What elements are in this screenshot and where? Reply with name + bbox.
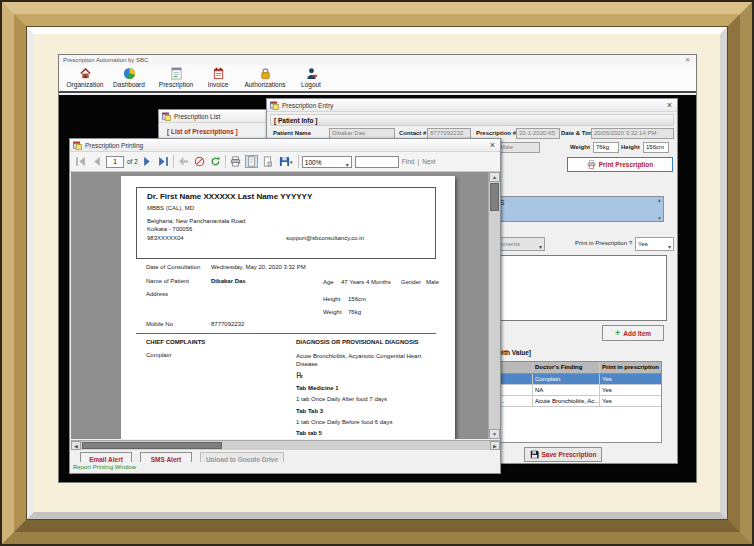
listbox-scroll-up-icon[interactable]: ▲ [657,197,662,203]
toolbar-separator [298,155,299,168]
report-viewer-toolbar: of 2 ▾ 100% ▾ Find | N [70,152,500,172]
find-input[interactable] [355,156,399,168]
back-to-parent-button[interactable] [177,155,190,168]
toolbar-button-logout[interactable]: Logout [295,67,327,91]
scroll-down-icon[interactable]: ▼ [489,429,500,439]
datetime-field[interactable]: 20/05/2020 3:32:14 PM [591,128,674,139]
scroll-right-icon[interactable]: ▶ [490,441,500,450]
toolbar-label: Logout [295,81,327,88]
mobile-label: Mobile No [146,321,173,327]
toolbar-button-prescription[interactable]: Prescription [153,67,199,91]
main-titlebar[interactable]: Prescription Automation by SBC × [59,55,696,65]
address-label: Address [146,291,168,297]
weight-field[interactable]: 76kg [593,142,619,153]
previous-page-button[interactable] [90,155,103,168]
next-page-button[interactable] [141,155,154,168]
printing-statusbar: Report Printing Window [70,462,500,473]
patient-name-label: Patient Name [273,130,311,136]
organization-home-icon [79,67,92,80]
last-page-button[interactable] [157,155,170,168]
page-count-label: of 2 [127,158,138,165]
main-window: Prescription Automation by SBC × Organiz… [58,54,697,483]
refresh-button[interactable] [209,155,222,168]
toolbar-button-invoice[interactable]: Invoice [201,67,235,91]
print-prescription-button[interactable]: Print Prescription [567,157,673,172]
diagnosis-header: DIAGNOSIS OR PROVISIONAL DIAGNOSIS [296,339,419,345]
weight-label: Weight [323,309,342,315]
prescription-number-label: Prescription # [476,130,516,136]
age-label: Age [323,279,334,285]
toolbar-button-dashboard[interactable]: Dashboard [107,67,151,91]
save-prescription-button[interactable]: Save Prescription [524,447,602,462]
toolbar-label: Dashboard [107,81,151,88]
rx-symbol: ℞ [296,371,303,380]
toolbar-button-organization[interactable]: Organization [63,67,107,91]
page-setup-button[interactable] [261,155,274,168]
report-page: Dr. First Name XXXXXX Last Name YYYYYY M… [121,176,455,439]
grid-cell[interactable]: Acute Bronchiolitis, Ac... [533,396,600,406]
grid-cell[interactable]: Yes [600,374,661,384]
scroll-left-icon[interactable]: ◀ [71,441,81,450]
weight-value: 76kg [348,309,361,315]
listbox-scroll-down-icon[interactable]: ▼ [657,215,662,221]
height-value: 156cm [348,296,366,302]
clinic-address-line1: Belgharia, New Panchanantala Road [147,218,245,224]
first-page-button[interactable] [74,155,87,168]
gender-label: Gender [401,279,421,285]
height-field[interactable]: 156cm [643,142,669,153]
horizontal-scroll-thumb[interactable] [82,442,222,449]
main-toolbar: Organization Dashboard Prescription Invo… [59,65,696,93]
consultation-date-value: Wednesday, May 20, 2020 3:32 PM [211,264,306,270]
stop-rendering-button[interactable] [193,155,206,168]
report-horizontal-scrollbar[interactable]: ◀ ▶ [71,440,500,450]
toolbar-separator [225,155,226,168]
toolbar-label: Organization [63,81,107,88]
patient-name-label: Name of Patient [146,278,189,284]
grid-cell[interactable]: Yes [600,385,661,395]
zoom-value: 100% [305,159,322,166]
grid-cell[interactable]: Yes [600,396,661,406]
entry-window-title: Prescription Entry [282,102,333,109]
grid-header-doctors-finding[interactable]: Doctor's Finding [533,362,600,373]
add-item-button[interactable]: + Add Item [602,325,664,341]
framed-screenshot: Prescription Automation by SBC × Organiz… [0,0,754,546]
printing-window-titlebar[interactable]: Prescription Printing × [70,139,500,152]
mobile-value: 8777092232 [211,321,244,327]
next-link[interactable]: Next [422,158,435,165]
window-form-icon [73,141,82,150]
clinic-phone: 983XXXXX04 [147,235,184,241]
page-number-input[interactable] [106,156,124,168]
gender-field[interactable]: Male [497,142,540,153]
doctor-qualification: MBBS (CAL), MD [147,205,194,211]
prescription-list-icon [170,67,183,80]
height-label: Height [621,144,640,150]
grid-header-print-in-prescription[interactable]: Print in prescription [600,362,661,373]
medicine-name: Tab Tab 3 [296,408,323,414]
zoom-select[interactable]: 100% ▾ [302,156,352,168]
main-close-button[interactable]: × [685,55,690,64]
weight-label: Weight [570,144,590,150]
find-link[interactable]: Find [402,158,415,165]
grid-cell[interactable]: NA [533,385,600,395]
print-button[interactable] [229,155,242,168]
main-window-title: Prescription Automation by SBC [63,57,148,63]
export-button[interactable]: ▾ [277,155,295,168]
scroll-up-icon[interactable]: ▲ [489,172,500,182]
toolbar-separator [173,155,174,168]
status-text: Report Printing Window [73,464,136,470]
entry-close-button[interactable]: × [667,100,672,110]
clinic-email: support@sbconsultancy.co.in [286,235,364,241]
prescription-number-field[interactable]: 33-1-2020-65 [516,128,560,139]
vertical-scroll-thumb[interactable] [490,183,499,211]
patient-name-value: Dibakar Das [211,278,246,284]
print-layout-button[interactable] [245,155,258,168]
print-in-prescription-dropdown[interactable]: Yes ▾ [635,237,674,251]
report-vertical-scrollbar[interactable]: ▲ ▼ [488,172,500,439]
chief-complaints-value: Complain [146,352,171,358]
printing-close-button[interactable]: × [490,140,495,150]
toolbar-button-authorizations[interactable]: Authorizations [237,67,293,91]
entry-window-titlebar[interactable]: Prescription Entry × [267,99,677,112]
chevron-down-icon: ▾ [539,241,542,251]
grid-cell[interactable]: Complain [533,374,600,384]
consultation-date-label: Date of Consultation [146,264,200,270]
